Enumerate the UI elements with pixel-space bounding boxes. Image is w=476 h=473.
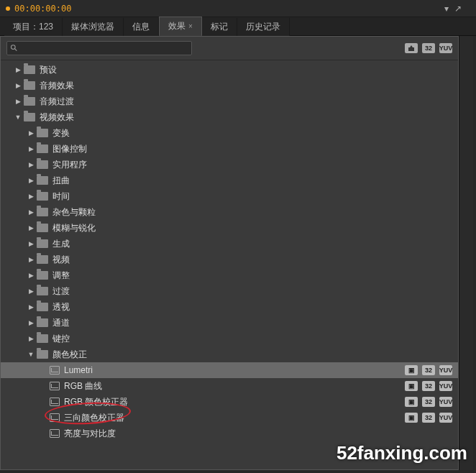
chevron-down-icon[interactable]: ▼ [14, 113, 22, 121]
chevron-right-icon[interactable]: ▶ [27, 255, 35, 264]
effect-three-way[interactable]: ▶三向颜色校正器 ▣32YUV [1, 410, 458, 426]
tree-folder-video[interactable]: ▶视频 [1, 252, 458, 267]
folder-icon [37, 144, 48, 153]
folder-icon [24, 81, 35, 90]
tab-project[interactable]: 项目：123 [4, 18, 63, 36]
chevron-right-icon[interactable]: ▶ [27, 208, 35, 216]
tree-folder-imagectrl[interactable]: ▶图像控制 [1, 141, 458, 157]
tab-media-browser[interactable]: 媒体浏览器 [63, 18, 124, 36]
32bit-badge: 32 [422, 365, 435, 375]
tab-info[interactable]: 信息 [124, 18, 159, 36]
folder-icon [37, 334, 48, 343]
search-icon [10, 44, 18, 52]
folder-icon [24, 65, 35, 74]
tree-folder-utility[interactable]: ▶实用程序 [1, 157, 458, 173]
search-field[interactable] [18, 44, 188, 52]
svg-point-0 [11, 45, 15, 50]
tab-effects[interactable]: 效果× [159, 17, 202, 36]
tree-folder-colorcorr[interactable]: ▼颜色校正 [1, 346, 458, 362]
tree-folder-keying[interactable]: ▶键控 [1, 331, 458, 346]
tree-folder-adjust[interactable]: ▶调整 [1, 267, 458, 283]
folder-icon [37, 287, 48, 295]
folder-icon [24, 97, 35, 106]
chevron-right-icon[interactable]: ▶ [27, 160, 35, 169]
new-item-icon[interactable]: ▾ [444, 4, 449, 14]
tree-folder-presets[interactable]: ▶预设 [1, 62, 458, 78]
yuv-badge: YUV [439, 381, 452, 391]
tree-folder-noise[interactable]: ▶杂色与颗粒 [1, 204, 458, 220]
folder-icon [24, 113, 35, 121]
chevron-right-icon[interactable]: ▶ [27, 144, 35, 153]
effect-icon [50, 413, 60, 422]
close-icon[interactable]: × [188, 22, 193, 30]
tree-folder-distort[interactable]: ▶扭曲 [1, 173, 458, 188]
chevron-right-icon[interactable]: ▶ [27, 239, 35, 248]
timecode[interactable]: 00:00:00:00 [14, 4, 71, 14]
accelerated-badge: ▣ [405, 413, 418, 423]
effect-icon [50, 398, 60, 406]
svg-line-1 [14, 49, 17, 51]
effects-panel: 32 YUV ▶预设 ▶音频效果 ▶音频过渡 ▼视频效果 ▶变换 ▶图像控制 ▶… [0, 36, 459, 470]
32bit-badge[interactable]: 32 [422, 43, 435, 53]
32bit-badge: 32 [422, 381, 435, 391]
effects-tree: ▶预设 ▶音频效果 ▶音频过渡 ▼视频效果 ▶变换 ▶图像控制 ▶实用程序 ▶扭… [1, 60, 458, 467]
effect-icon [50, 429, 60, 438]
accelerated-badge: ▣ [405, 381, 418, 391]
tree-folder-transition[interactable]: ▶过渡 [1, 283, 458, 299]
panel-tabs: 项目：123 媒体浏览器 信息 效果× 标记 历史记录 [0, 17, 476, 36]
tree-folder-videofx[interactable]: ▼视频效果 [1, 109, 458, 125]
folder-icon [37, 271, 48, 280]
effect-rgb-corrector[interactable]: ▶RGB 颜色校正器 ▣32YUV [1, 394, 458, 410]
folder-icon [37, 160, 48, 169]
chevron-right-icon[interactable]: ▶ [14, 97, 22, 106]
folder-icon [37, 208, 48, 216]
tree-folder-channel[interactable]: ▶通道 [1, 315, 458, 331]
chevron-down-icon[interactable]: ▼ [27, 350, 35, 359]
effect-icon [50, 382, 60, 390]
chevron-right-icon[interactable]: ▶ [27, 303, 35, 311]
folder-icon [37, 318, 48, 327]
chevron-right-icon[interactable]: ▶ [27, 176, 35, 185]
chevron-right-icon[interactable]: ▶ [27, 318, 35, 327]
tree-folder-audiofx[interactable]: ▶音频效果 [1, 78, 458, 93]
chevron-right-icon[interactable]: ▶ [27, 271, 35, 280]
chevron-right-icon[interactable]: ▶ [27, 287, 35, 295]
tree-folder-perspective[interactable]: ▶透视 [1, 299, 458, 315]
chevron-right-icon[interactable]: ▶ [27, 334, 35, 343]
tree-folder-blur[interactable]: ▶模糊与锐化 [1, 220, 458, 236]
folder-icon [37, 303, 48, 311]
folder-icon [37, 239, 48, 248]
svg-rect-2 [408, 47, 414, 51]
chevron-right-icon[interactable]: ▶ [27, 224, 35, 232]
yuv-badge[interactable]: YUV [439, 43, 452, 53]
accelerated-badge: ▣ [405, 397, 418, 407]
tree-folder-audiotr[interactable]: ▶音频过渡 [1, 93, 458, 109]
effect-brightness-contrast[interactable]: ▶亮度与对比度 [1, 426, 458, 441]
chevron-right-icon[interactable]: ▶ [14, 81, 22, 90]
yuv-badge: YUV [439, 413, 452, 423]
folder-icon [37, 350, 48, 359]
folder-icon [37, 176, 48, 185]
yuv-badge: YUV [439, 397, 452, 407]
tab-history[interactable]: 历史记录 [237, 18, 290, 36]
32bit-badge: 32 [422, 413, 435, 423]
chevron-right-icon[interactable]: ▶ [14, 65, 22, 74]
chevron-right-icon[interactable]: ▶ [27, 192, 35, 201]
export-icon[interactable]: ↗ [454, 4, 462, 14]
effect-rgb-curves[interactable]: ▶RGB 曲线 ▣32YUV [1, 378, 458, 394]
32bit-badge: 32 [422, 397, 435, 407]
folder-icon [37, 224, 48, 232]
folder-icon [37, 192, 48, 201]
chevron-right-icon[interactable]: ▶ [27, 129, 35, 137]
effect-lumetri[interactable]: ▶Lumetri ▣32YUV [1, 362, 458, 378]
tab-markers[interactable]: 标记 [202, 18, 237, 36]
accelerated-badge[interactable] [405, 43, 418, 53]
effect-icon [50, 366, 60, 375]
folder-icon [37, 129, 48, 137]
tree-folder-time[interactable]: ▶时间 [1, 188, 458, 204]
tree-folder-generate[interactable]: ▶生成 [1, 236, 458, 252]
tree-folder-transform[interactable]: ▶变换 [1, 125, 458, 141]
right-side-panel [459, 36, 473, 470]
search-input[interactable] [6, 41, 192, 55]
folder-icon [37, 255, 48, 264]
